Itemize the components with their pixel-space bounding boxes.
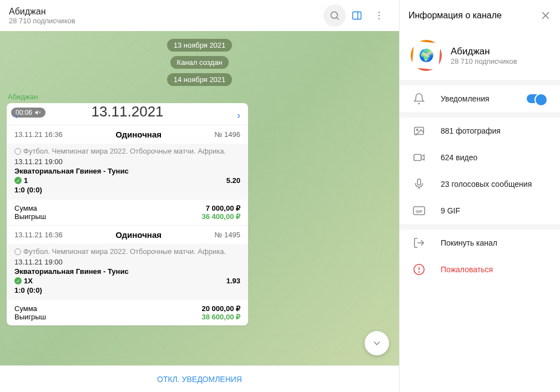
muted-icon — [34, 109, 41, 116]
message-bubble[interactable]: 00:06 ‹ 13.11.2021 › 13.11.21 16:36 Один… — [7, 103, 248, 325]
close-button[interactable] — [540, 10, 551, 21]
bet-type: Одиночная — [63, 130, 215, 139]
date-separator[interactable]: 14 ноября 2021 — [167, 73, 233, 86]
gif-label: 9 GIF — [441, 206, 460, 215]
scroll-down-button[interactable] — [365, 331, 389, 355]
photos-label: 881 фотография — [441, 126, 501, 135]
bet-time: 13.11.21 16:36 — [14, 130, 63, 139]
sum-label: Сумма — [14, 304, 37, 313]
report-icon — [413, 263, 425, 276]
video-icon — [413, 151, 425, 164]
svg-text:GIF: GIF — [416, 209, 423, 214]
photo-icon — [413, 125, 425, 137]
svg-point-12 — [416, 129, 418, 131]
bet-odds: 1.93 — [226, 277, 240, 285]
sum-label: Сумма — [14, 204, 37, 212]
divider — [400, 112, 560, 118]
win-value: 36 400,00 ₽ — [202, 212, 240, 221]
gif-item[interactable]: GIF 9 GIF — [400, 197, 560, 224]
chevron-down-icon — [371, 338, 382, 349]
next-arrow-icon: › — [237, 110, 240, 121]
notifications-label: Уведомления — [441, 94, 490, 103]
date-separator[interactable]: 13 ноября 2021 — [167, 39, 233, 52]
leave-label: Покинуть канал — [441, 238, 497, 247]
bet-pick: 1X — [24, 277, 224, 285]
more-button[interactable] — [368, 4, 390, 27]
photos-item[interactable]: 881 фотография — [400, 118, 560, 144]
panel-icon — [351, 10, 362, 21]
bet-number: № 1495 — [215, 231, 240, 239]
search-icon — [329, 10, 340, 21]
svg-point-0 — [331, 12, 337, 18]
chat-area[interactable]: 13 ноября 2021 Канал создан 14 ноября 20… — [0, 31, 399, 365]
bet-match-time: 13.11.21 19:00 — [14, 157, 240, 166]
bet-type: Одиночная — [63, 230, 215, 240]
bet-match-time: 13.11.21 19:00 — [14, 258, 240, 266]
bet-match: Экваториальная Гвинея - Тунис — [14, 167, 240, 175]
svg-point-21 — [419, 272, 420, 272]
prev-arrow-icon: ‹ — [14, 110, 18, 121]
leave-channel-item[interactable]: Покинуть канал — [400, 230, 560, 256]
video-time: 00:06 — [16, 109, 32, 116]
bet-league: Футбол. Чемпионат мира 2022. Отборочные … — [23, 147, 226, 155]
channel-info-sidebar: Информация о канале 🌍 Абиджан 28 710 под… — [399, 0, 560, 392]
mute-notifications-button[interactable]: ОТКЛ. УВЕДОМЛЕНИЯ — [0, 365, 399, 392]
divider — [400, 224, 560, 230]
svg-rect-2 — [353, 12, 361, 19]
videos-label: 624 видео — [441, 153, 477, 162]
bet-pick: 1 — [24, 176, 224, 185]
leave-icon — [413, 237, 425, 249]
channel-name: Абиджан — [451, 46, 517, 57]
header-info[interactable]: Абиджан 28 710 подписчиков — [9, 7, 324, 25]
win-value: 38 600,00 ₽ — [202, 313, 240, 321]
bet-score: 1:0 (0:0) — [14, 186, 240, 194]
search-button[interactable] — [324, 4, 346, 27]
more-icon — [374, 10, 385, 21]
sidebar-toggle-button[interactable] — [346, 4, 368, 27]
channel-avatar[interactable]: 🌍 — [411, 40, 442, 71]
channel-profile[interactable]: 🌍 Абиджан 28 710 подписчиков — [400, 31, 560, 80]
bet-card: 13.11.21 16:36 Одиночная № 1496 Футбол. … — [7, 125, 248, 225]
svg-point-6 — [379, 18, 380, 20]
voice-label: 23 голосовых сообщения — [441, 180, 532, 189]
bet-number: № 1496 — [215, 130, 240, 139]
channel-title: Абиджан — [9, 7, 324, 17]
bet-league: Футбол. Чемпионат мира 2022. Отборочные … — [23, 247, 226, 256]
gif-icon: GIF — [413, 206, 425, 216]
microphone-icon — [413, 178, 425, 190]
soccer-icon — [14, 148, 21, 155]
channel-subtitle: 28 710 подписчиков — [9, 17, 324, 25]
message-author[interactable]: Абиджан — [8, 93, 38, 101]
bell-icon — [413, 93, 425, 105]
sidebar-title: Информация о канале — [408, 11, 502, 21]
report-label: Пожаловаться — [441, 265, 493, 274]
chat-header[interactable]: Абиджан 28 710 подписчиков — [0, 0, 399, 31]
soccer-icon — [14, 248, 21, 255]
svg-point-4 — [379, 12, 380, 13]
close-icon — [540, 10, 551, 21]
svg-point-5 — [379, 15, 380, 17]
bet-card: 13.11.21 16:36 Одиночная № 1495 Футбол. … — [7, 225, 248, 325]
check-icon: ✓ — [14, 277, 22, 284]
bet-score: 1:0 (0:0) — [14, 286, 240, 294]
notifications-toggle[interactable] — [527, 94, 547, 103]
win-label: Выигрыш — [14, 313, 46, 321]
win-label: Выигрыш — [14, 212, 46, 221]
videos-item[interactable]: 624 видео — [400, 144, 560, 171]
svg-rect-14 — [417, 179, 421, 185]
sum-value: 20 000,00 ₽ — [202, 304, 240, 313]
channel-subscribers: 28 710 подписчиков — [451, 57, 517, 65]
divider — [400, 80, 560, 85]
channel-created-chip: Канал создан — [170, 56, 229, 69]
report-item[interactable]: Пожаловаться — [400, 256, 560, 283]
bet-match: Экваториальная Гвинея - Тунис — [14, 267, 240, 276]
sum-value: 7 000,00 ₽ — [206, 204, 240, 212]
svg-rect-13 — [414, 155, 421, 161]
notifications-toggle-item[interactable]: Уведомления — [400, 85, 560, 112]
svg-line-1 — [337, 18, 339, 20]
check-icon: ✓ — [14, 177, 22, 184]
bet-odds: 5.20 — [226, 176, 240, 185]
voice-item[interactable]: 23 голосовых сообщения — [400, 171, 560, 197]
bet-time: 13.11.21 16:36 — [14, 231, 63, 239]
